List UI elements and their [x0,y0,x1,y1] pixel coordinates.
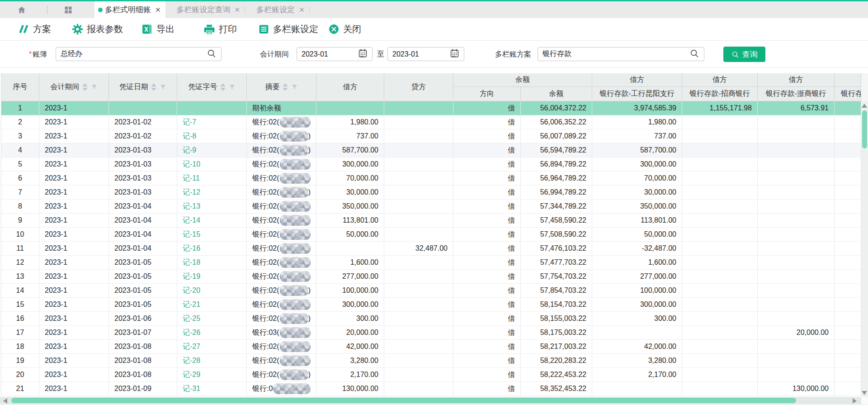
home-icon[interactable] [17,5,26,14]
col-header-date[interactable]: 凭证日期 [109,73,177,101]
voucher-link[interactable]: 记-25 [183,314,200,324]
voucher-link[interactable]: 记-13 [183,202,200,211]
tab-close-icon[interactable]: ✕ [235,6,241,13]
col-header-summary[interactable]: 摘要 [247,73,316,101]
voucher-link[interactable]: 记-7 [183,118,196,127]
voucher-link[interactable]: 记-28 [183,356,200,366]
table-row[interactable]: 152023-12023-01-05记-21银行:02(300,000.00借5… [1,298,861,312]
horizontal-scrollbar[interactable] [0,397,861,404]
voucher-link[interactable]: 记-31 [183,384,200,394]
voucher-link[interactable]: 记-26 [183,328,200,338]
filter-funnel-icon[interactable] [229,84,236,91]
print-button[interactable]: 打印 [203,18,237,40]
gear-icon [72,24,83,35]
cell-balance: 56,006,352.22 [521,115,592,129]
table-row[interactable]: 42023-12023-01-03记-9银行:02()587,700.00借56… [1,143,861,157]
table-row[interactable]: 32023-12023-01-02记-8银行:02()737.00借56,007… [1,129,861,143]
redacted-mosaic [280,271,311,282]
table-row[interactable]: 52023-12023-01-03记-10银行:02(300,000.00借56… [1,157,861,172]
apps-grid-icon[interactable] [64,5,73,14]
table-row[interactable]: 12023-1期初余额借56,004,372.223,974,585.391,1… [1,101,861,115]
table-row[interactable]: 192023-12023-01-08记-28银行:02(3,280.00借58,… [1,354,861,368]
table-row[interactable]: 102023-12023-01-04记-15银行:02(50,000.00借57… [1,228,861,242]
voucher-link[interactable]: 记-29 [183,370,200,380]
table-row[interactable]: 172023-12023-01-07记-26银行:03(20,000.00借58… [1,326,861,340]
table-row[interactable]: 62023-12023-01-03记-11银行:02(70,000.00借56,… [1,172,861,186]
query-button[interactable]: 查询 [723,47,765,62]
cell-period: 2023-1 [39,270,109,283]
calendar-icon[interactable] [358,48,368,60]
voucher-link[interactable]: 记-18 [183,258,200,267]
redacted-mosaic [280,313,308,324]
cell-summary: 银行:02( [247,200,316,213]
cell-voucher: 记-28 [177,354,247,367]
table-row[interactable]: 112023-12023-01-04记-16银行:02(32,487.00借57… [1,242,861,256]
voucher-link[interactable]: 记-14 [183,216,200,225]
calendar-icon[interactable] [450,48,459,60]
scroll-left-arrow-icon[interactable] [3,398,7,404]
sort-icon[interactable] [82,83,88,91]
voucher-link[interactable]: 记-16 [183,244,200,253]
search-icon[interactable] [689,48,699,60]
vertical-scroll-thumb[interactable] [862,110,867,148]
scroll-up-arrow-icon[interactable] [862,104,867,108]
cell-period: 2023-1 [39,298,109,311]
voucher-link[interactable]: 记-27 [183,342,200,352]
voucher-link[interactable]: 记-9 [183,146,196,155]
voucher-link[interactable]: 记-20 [183,286,200,295]
table-row[interactable]: 182023-12023-01-08记-27银行:02(42,000.00借58… [1,340,861,354]
scroll-down-arrow-icon[interactable] [862,391,867,395]
period-from-input[interactable]: 2023-01 [297,47,373,61]
cell-summary: 银行:02( [247,298,316,311]
col-header-voucher[interactable]: 凭证字号 [177,73,247,101]
vertical-scrollbar[interactable] [861,101,868,397]
period-to-input[interactable]: 2023-01 [387,47,464,61]
tab-multicolumn-setting[interactable]: 多栏账设定 ✕ [245,1,309,18]
scheme-button[interactable]: 方案 [18,18,51,40]
filter-funnel-icon[interactable] [291,84,298,91]
cell-period: 2023-1 [39,115,109,129]
table-row[interactable]: 202023-12023-01-08记-29银行:02()2,170.00借58… [1,368,861,382]
cell-summary: 银行:02() [247,368,316,381]
tab-close-icon[interactable]: ✕ [299,6,305,13]
report-params-button[interactable]: 报表参数 [72,18,123,40]
tab-multicolumn-setting-query[interactable]: 多栏账设定查询 ✕ [165,1,245,18]
cell-voucher: 记-21 [177,298,247,311]
table-row[interactable]: 132023-12023-01-05记-19银行:02(277,000.00借5… [1,270,861,284]
table-row[interactable]: 212023-12023-01-09记-31银行:0130,000.00借58,… [1,382,861,396]
voucher-link[interactable]: 记-12 [183,188,200,197]
horizontal-scroll-thumb[interactable] [11,398,796,403]
table-row[interactable]: 142023-12023-01-05记-20银行:02()100,000.00借… [1,284,861,298]
table-row[interactable]: 82023-12023-01-04记-13银行:02(350,000.00借57… [1,200,861,214]
group-header-balance: 余额 [453,73,592,87]
voucher-link[interactable]: 记-8 [183,132,196,141]
sort-icon[interactable] [151,83,156,91]
cell-bank2 [682,256,758,269]
sort-icon[interactable] [220,83,226,91]
filter-funnel-icon[interactable] [91,84,98,91]
sort-icon[interactable] [283,83,288,91]
voucher-link[interactable]: 记-10 [183,160,200,169]
table-row[interactable]: 122023-12023-01-05记-18银行:02(1,600.00借57,… [1,256,861,270]
table-row[interactable]: 162023-12023-01-06记-25银行:02()300.00借58,1… [1,312,861,326]
export-button[interactable]: 导出 [142,18,175,40]
col-header-period[interactable]: 会计期间 [39,73,109,101]
search-icon[interactable] [207,48,217,60]
table-row[interactable]: 72023-12023-01-03记-12银行:02()30,000.00借56… [1,186,861,200]
voucher-link[interactable]: 记-11 [183,174,200,183]
scroll-right-arrow-icon[interactable] [853,398,857,404]
table-row[interactable]: 22023-12023-01-02记-7银行:02(1,980.00借56,00… [1,115,861,129]
cell-period: 2023-1 [39,172,109,185]
voucher-link[interactable]: 记-15 [183,230,200,239]
cell-extra [835,200,861,213]
plan-input[interactable]: 银行存款 [538,47,704,61]
voucher-link[interactable]: 记-19 [183,272,200,281]
table-row[interactable]: 92023-12023-01-04记-14银行:02(113,801.00借57… [1,214,861,228]
tab-multicolumn-ledger[interactable]: 多栏式明细账 ✕ [94,1,165,18]
close-button[interactable]: 关闭 [328,18,361,40]
voucher-link[interactable]: 记-21 [183,300,200,310]
book-input[interactable]: 总经办 [56,47,222,61]
filter-funnel-icon[interactable] [160,84,166,91]
tab-close-icon[interactable]: ✕ [155,6,161,13]
multicolumn-setting-button[interactable]: 多栏账设定 [258,18,318,40]
